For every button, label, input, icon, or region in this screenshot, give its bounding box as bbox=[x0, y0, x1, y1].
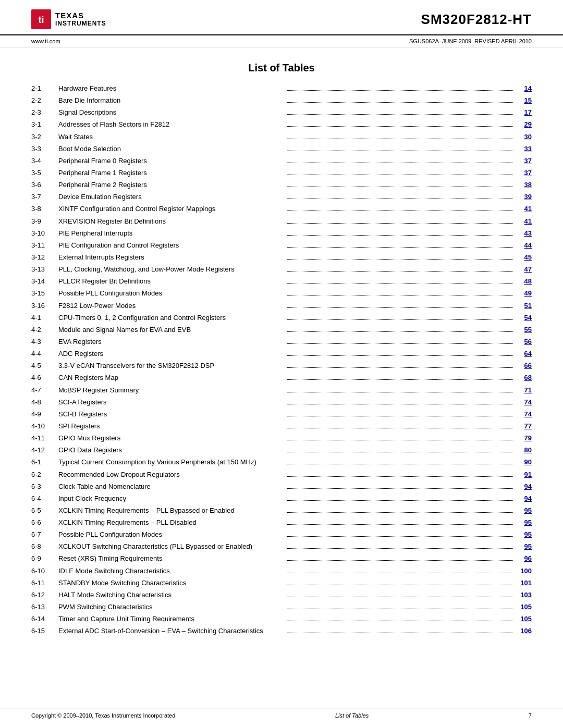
toc-page[interactable]: 45 bbox=[515, 252, 532, 263]
ti-logo-icon: ti bbox=[31, 9, 51, 29]
toc-title: Clock Table and Nomenclature bbox=[58, 482, 285, 492]
toc-row: 3-4Peripheral Frame 0 Registers37 bbox=[31, 156, 532, 166]
toc-num: 6-7 bbox=[31, 529, 58, 540]
toc-num: 4-5 bbox=[31, 361, 58, 371]
toc-dots bbox=[287, 283, 513, 283]
toc-page[interactable]: 94 bbox=[515, 493, 532, 504]
toc-title: SCI-B Registers bbox=[58, 409, 285, 419]
toc-title: Possible PLL Configuration Modes bbox=[58, 529, 285, 540]
toc-page[interactable]: 103 bbox=[515, 590, 532, 600]
toc-num: 4-6 bbox=[31, 373, 58, 383]
toc-title: GPIO Data Registers bbox=[58, 445, 285, 455]
toc-row: 3-5Peripheral Frame 1 Registers37 bbox=[31, 168, 532, 178]
toc-page[interactable]: 100 bbox=[515, 566, 532, 576]
toc-page[interactable]: 29 bbox=[515, 119, 532, 130]
toc-page[interactable]: 96 bbox=[515, 553, 532, 564]
toc-title: 3.3-V eCAN Transceivers for the SM320F28… bbox=[58, 361, 285, 371]
toc-title: Possible PLL Configuration Modes bbox=[58, 288, 285, 299]
toc-page[interactable]: 55 bbox=[515, 325, 532, 335]
toc-page[interactable]: 39 bbox=[515, 192, 532, 202]
toc-page[interactable]: 105 bbox=[515, 614, 532, 624]
toc-title: Wait States bbox=[58, 132, 285, 142]
toc-num: 3-16 bbox=[31, 301, 58, 311]
toc-page[interactable]: 91 bbox=[515, 470, 532, 480]
toc-title: XINTF Configuration and Control Register… bbox=[58, 204, 285, 214]
toc-page[interactable]: 41 bbox=[515, 204, 532, 214]
toc-page[interactable]: 51 bbox=[515, 301, 532, 311]
toc-dots bbox=[287, 548, 513, 549]
toc-dots bbox=[287, 223, 513, 224]
toc-page[interactable]: 64 bbox=[515, 349, 532, 359]
toc-dots bbox=[287, 452, 513, 452]
toc-page[interactable]: 47 bbox=[515, 264, 532, 275]
footer-copyright: Copyright © 2009–2010, Texas Instruments… bbox=[31, 712, 175, 719]
toc-num: 3-7 bbox=[31, 192, 58, 202]
toc-page[interactable]: 95 bbox=[515, 517, 532, 528]
toc-dots bbox=[287, 440, 513, 440]
logo-texas: TEXAS bbox=[55, 11, 106, 20]
toc-page[interactable]: 44 bbox=[515, 240, 532, 251]
toc-page[interactable]: 30 bbox=[515, 132, 532, 142]
document-id: SGUS062A–JUNE 2009–REVISED APRIL 2010 bbox=[409, 38, 532, 44]
toc-page[interactable]: 90 bbox=[515, 457, 532, 467]
toc-dots bbox=[287, 90, 513, 91]
toc-page[interactable]: 54 bbox=[515, 313, 532, 323]
toc-page[interactable]: 71 bbox=[515, 385, 532, 396]
product-title: SM320F2812-HT bbox=[421, 11, 532, 28]
toc-row: 4-3EVA Registers56 bbox=[31, 337, 532, 347]
footer: Copyright © 2009–2010, Texas Instruments… bbox=[0, 709, 563, 719]
toc-page[interactable]: 79 bbox=[515, 433, 532, 443]
toc-page[interactable]: 17 bbox=[515, 107, 532, 118]
toc-page[interactable]: 41 bbox=[515, 216, 532, 227]
toc-row: 3-7Device Emulation Registers39 bbox=[31, 192, 532, 202]
toc-page[interactable]: 80 bbox=[515, 445, 532, 455]
toc-page[interactable]: 105 bbox=[515, 602, 532, 612]
toc-page[interactable]: 33 bbox=[515, 144, 532, 154]
toc-row: 3-13PLL, Clocking, Watchdog, and Low-Pow… bbox=[31, 264, 532, 275]
toc-num: 3-13 bbox=[31, 264, 58, 275]
toc-dots bbox=[287, 573, 513, 573]
toc-page[interactable]: 95 bbox=[515, 529, 532, 540]
toc-num: 6-12 bbox=[31, 590, 58, 600]
toc-page[interactable]: 37 bbox=[515, 156, 532, 166]
toc-title: Device Emulation Registers bbox=[58, 192, 285, 202]
toc-page[interactable]: 77 bbox=[515, 421, 532, 431]
toc-page[interactable]: 101 bbox=[515, 578, 532, 588]
toc-row: 6-4Input Clock Frequency94 bbox=[31, 493, 532, 504]
toc-page[interactable]: 14 bbox=[515, 83, 532, 94]
toc-page[interactable]: 49 bbox=[515, 288, 532, 299]
toc-num: 6-13 bbox=[31, 602, 58, 612]
toc-dots bbox=[287, 416, 513, 416]
toc-page[interactable]: 48 bbox=[515, 276, 532, 287]
toc-num: 6-14 bbox=[31, 614, 58, 624]
toc-page[interactable]: 38 bbox=[515, 180, 532, 190]
toc-page[interactable]: 68 bbox=[515, 373, 532, 383]
toc-num: 3-12 bbox=[31, 252, 58, 263]
toc-dots bbox=[287, 271, 513, 272]
toc-page[interactable]: 56 bbox=[515, 337, 532, 347]
toc-page[interactable]: 37 bbox=[515, 168, 532, 178]
toc-num: 3-14 bbox=[31, 276, 58, 287]
toc-dots bbox=[287, 175, 513, 175]
toc-page[interactable]: 43 bbox=[515, 228, 532, 239]
toc-page[interactable]: 15 bbox=[515, 95, 532, 106]
toc-page[interactable]: 95 bbox=[515, 541, 532, 552]
toc: 2-1Hardware Features142-2Bare Die Inform… bbox=[0, 83, 563, 636]
toc-dots bbox=[287, 367, 513, 368]
toc-page[interactable]: 66 bbox=[515, 361, 532, 371]
toc-title: PWM Switching Characteristics bbox=[58, 602, 285, 612]
toc-page[interactable]: 74 bbox=[515, 409, 532, 419]
toc-page[interactable]: 74 bbox=[515, 397, 532, 408]
toc-num: 3-4 bbox=[31, 156, 58, 166]
toc-row: 2-3Signal Descriptions17 bbox=[31, 107, 532, 118]
toc-title: McBSP Register Summary bbox=[58, 385, 285, 396]
toc-row: 6-13PWM Switching Characteristics105 bbox=[31, 602, 532, 612]
toc-page[interactable]: 106 bbox=[515, 626, 532, 636]
toc-dots bbox=[287, 609, 513, 609]
toc-num: 4-3 bbox=[31, 337, 58, 347]
toc-title: CAN Registers Map bbox=[58, 373, 285, 383]
toc-page[interactable]: 94 bbox=[515, 482, 532, 492]
toc-title: XCLKIN Timing Requirements – PLL Bypasse… bbox=[58, 505, 285, 516]
toc-page[interactable]: 95 bbox=[515, 505, 532, 516]
toc-num: 4-2 bbox=[31, 325, 58, 335]
